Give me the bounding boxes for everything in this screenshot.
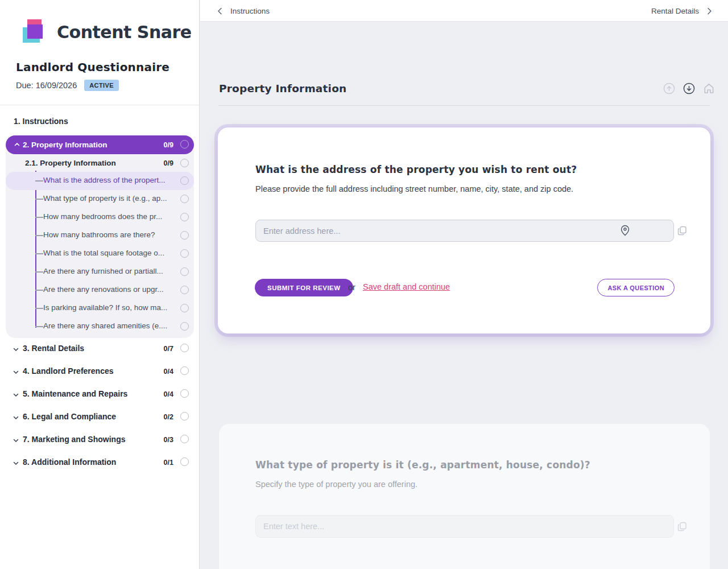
ask-a-question-button[interactable]: ASK A QUESTION: [597, 279, 675, 296]
progress-circle: [180, 366, 189, 375]
subsection-count: 0/9: [164, 159, 173, 167]
question-label: Are there any renovations or upgr...: [43, 285, 164, 294]
next-section-button[interactable]: Rental Details: [651, 0, 712, 22]
subsection-label: 2.1. Property Information: [25, 159, 116, 167]
sidebar-item-marketing-showings[interactable]: 7. Marketing and Showings 0/3: [6, 432, 194, 448]
due-row: Due: 16/09/2026 ACTIVE: [16, 80, 119, 91]
due-date: Due: 16/09/2026: [16, 81, 77, 90]
brand-name: Content Snare: [57, 22, 192, 42]
project-title: Landlord Questionnaire: [16, 60, 169, 74]
sidebar-question-property-type[interactable]: What type of property is it (e.g., ap...: [6, 190, 194, 208]
progress-circle: [180, 435, 189, 443]
question-label: What type of property is it (e.g., ap...: [43, 194, 167, 203]
progress-circle: [180, 457, 189, 466]
copy-icon[interactable]: [677, 522, 687, 531]
address-input[interactable]: [255, 220, 674, 242]
section-count: 0/9: [164, 141, 173, 149]
sidebar-item-rental-details[interactable]: 3. Rental Details 0/7: [6, 341, 194, 357]
question-label: How many bedrooms does the pr...: [43, 212, 162, 221]
section-label: 6. Legal and Compliance: [23, 412, 116, 421]
section-label: 2. Property Information: [23, 141, 107, 149]
sidebar-item-additional-information[interactable]: 8. Additional Information 0/1: [6, 455, 194, 471]
chevron-down-icon: [13, 346, 19, 353]
chevron-right-icon: [707, 7, 712, 15]
tree-elbow: [35, 253, 43, 254]
chevron-down-icon: [13, 460, 19, 467]
section-property-information-group: 2. Property Information 0/9 2.1. Propert…: [6, 135, 194, 338]
section-count: 0/2: [164, 413, 173, 421]
progress-circle: [180, 286, 189, 294]
main-content: Instructions Rental Details Property Inf…: [200, 0, 728, 569]
section-label: 7. Marketing and Showings: [23, 435, 125, 444]
tree-elbow: [35, 271, 43, 273]
sidebar-item-maintenance-repairs[interactable]: 5. Maintenance and Repairs 0/4: [6, 387, 194, 403]
section-nav-bar: Instructions Rental Details: [200, 0, 728, 22]
progress-circle: [180, 389, 189, 398]
progress-circle: [180, 176, 189, 185]
next-section-label: Rental Details: [651, 7, 699, 15]
chevron-down-icon: [13, 437, 19, 444]
progress-circle: [180, 140, 189, 149]
sidebar-question-bathrooms[interactable]: How many bathrooms are there?: [6, 226, 194, 245]
sidebar-item-landlord-preferences[interactable]: 4. Landlord Preferences 0/4: [6, 364, 194, 380]
question-label: How many bathrooms are there?: [43, 230, 155, 239]
sidebar-question-address[interactable]: What is the address of the propert...: [6, 172, 194, 190]
sidebar-item-property-information[interactable]: 2. Property Information 0/9: [6, 135, 194, 154]
sidebar-question-bedrooms[interactable]: How many bedrooms does the pr...: [6, 208, 194, 226]
property-type-input[interactable]: [255, 515, 674, 538]
tree-elbow: [35, 217, 43, 218]
sidebar-question-renovations[interactable]: Are there any renovations or upgr...: [6, 281, 194, 299]
question-label: Are there any shared amenities (e....: [43, 321, 167, 330]
tree-elbow: [35, 180, 43, 182]
section-count: 0/4: [164, 390, 173, 398]
or-label: or: [348, 283, 355, 292]
progress-circle: [180, 304, 189, 312]
prev-section-label: Instructions: [230, 7, 270, 15]
brand-logo: Content Snare: [23, 19, 192, 44]
sidebar-item-subsection-property-information[interactable]: 2.1. Property Information 0/9: [6, 156, 194, 172]
question-description: Please provide the full address includin…: [255, 184, 573, 193]
question-description: Specify the type of property you are off…: [255, 480, 417, 489]
progress-circle: [180, 213, 189, 221]
progress-circle: [180, 249, 189, 258]
prev-section-button[interactable]: Instructions: [217, 0, 270, 22]
copy-icon[interactable]: [677, 226, 687, 236]
header-actions: [663, 83, 715, 94]
section-label: 8. Additional Information: [23, 457, 116, 467]
question-label: What is the total square footage o...: [43, 249, 164, 257]
sidebar-item-legal-compliance[interactable]: 6. Legal and Compliance 0/2: [6, 410, 194, 426]
tree-elbow: [35, 199, 43, 200]
content-snare-logo-icon: [23, 19, 47, 44]
question-card-property-type: What type of property is it (e.g., apart…: [219, 424, 710, 569]
scroll-down-icon[interactable]: [683, 83, 695, 94]
question-label: Is parking available? If so, how ma...: [43, 303, 167, 312]
section-count: 0/1: [164, 459, 173, 467]
logo-purple-square: [27, 24, 43, 39]
progress-circle: [180, 344, 189, 352]
tree-elbow: [35, 290, 43, 291]
section-label: 5. Maintenance and Repairs: [23, 389, 127, 398]
sidebar-item-instructions[interactable]: 1. Instructions: [14, 117, 68, 126]
tree-elbow: [35, 326, 43, 327]
sidebar-question-amenities[interactable]: Are there any shared amenities (e....: [6, 318, 194, 336]
section-label: 4. Landlord Preferences: [23, 366, 114, 376]
card-actions: SUBMIT FOR REVIEW or Save draft and cont…: [255, 279, 676, 296]
chevron-down-icon: [13, 414, 19, 421]
progress-circle: [180, 322, 189, 331]
chevron-down-icon: [13, 369, 19, 376]
question-label: Are there any furnished or partiall...: [43, 267, 163, 275]
save-draft-link[interactable]: Save draft and continue: [363, 282, 450, 291]
scroll-up-icon[interactable]: [663, 83, 675, 94]
progress-circle: [180, 412, 189, 420]
tree-elbow: [35, 308, 43, 309]
sidebar-question-parking[interactable]: Is parking available? If so, how ma...: [6, 299, 194, 318]
header-divider: [218, 105, 710, 106]
page-title: Property Information: [219, 83, 346, 94]
app-window: Content Snare Landlord Questionnaire Due…: [0, 0, 728, 569]
sidebar-question-square-footage[interactable]: What is the total square footage o...: [6, 245, 194, 263]
sidebar-question-furnished[interactable]: Are there any furnished or partiall...: [6, 263, 194, 281]
progress-circle: [180, 267, 189, 276]
progress-circle: [180, 231, 189, 240]
home-icon[interactable]: [703, 83, 715, 94]
submit-for-review-button[interactable]: SUBMIT FOR REVIEW: [255, 279, 353, 296]
